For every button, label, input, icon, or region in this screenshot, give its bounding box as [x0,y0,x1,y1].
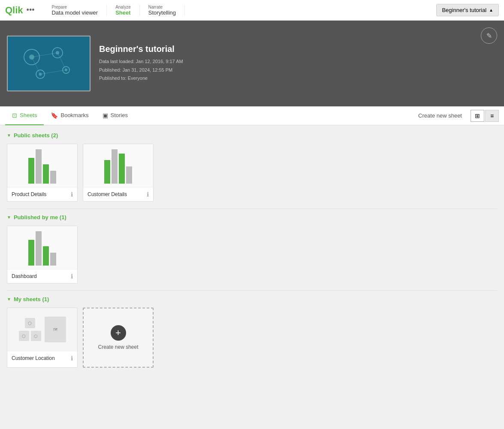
bar [28,158,34,184]
info-icon[interactable]: ℹ [147,191,149,198]
bar [126,166,132,184]
data-loaded: Data last loaded: Jan 12, 2016, 9:17 AM [99,57,497,66]
nav-dots[interactable]: ••• [27,6,35,15]
create-new-sheet-button[interactable]: Create new sheet [413,112,467,119]
sheets-icon: ⊡ [12,112,17,119]
card-footer-dashboard: Dashboard ℹ [7,269,77,283]
bar [28,240,34,266]
sheet-name-product-details: Product Details [12,191,46,197]
divider [7,208,497,209]
tab-sheets-label: Sheets [20,112,37,118]
qlik-logo[interactable]: Qlik [5,5,23,16]
bar [50,171,56,184]
my-sheets-cards: ⬡ ⬡ ⬡ 🗺 Customer Location ℹ + Create new [7,308,497,368]
sheet-card-dashboard[interactable]: Dashboard ℹ [7,226,78,284]
sheet-name-dashboard: Dashboard [12,273,37,279]
view-toggle: ⊞ ≡ [471,110,499,122]
card-footer-product-details: Product Details ℹ [7,187,77,201]
bar [119,154,125,184]
bar [36,231,42,266]
tab-bookmarks-label: Bookmarks [60,112,88,118]
nav-narrate[interactable]: Narrate Storytelling [140,5,185,16]
app-selector-button[interactable]: Beginner's tutorial ▲ [436,4,499,16]
card-preview-customer-location: ⬡ ⬡ ⬡ 🗺 [7,308,77,351]
mini-icon: ⬡ [25,318,35,328]
card-preview-product-details [7,144,77,187]
tab-sheets[interactable]: ⊡ Sheets [5,106,44,125]
plus-icon: + [111,325,126,341]
chevron-down-icon: ▲ [489,8,493,12]
bookmarks-icon: 🔖 [51,112,58,119]
bar [112,149,118,184]
section-published-by-me: ▼ Published by me (1) Dashboard ℹ [7,214,497,284]
published-sheets-cards: Dashboard ℹ [7,226,497,284]
section-public-label: Public sheets (2) [14,132,58,139]
section-public-header[interactable]: ▼ Public sheets (2) [7,132,497,139]
card-preview-dashboard [7,226,77,269]
content-area: ▼ Public sheets (2) Product Details ℹ [0,125,504,383]
sheet-name-customer-location: Customer Location [12,355,55,361]
nav-prepare-label: Prepare [51,5,98,9]
published-to: Published to: Everyone [99,74,497,83]
divider [7,290,497,291]
section-my-sheets-label: My sheets (1) [14,296,49,302]
chevron-down-icon: ▼ [7,297,11,302]
card-footer-customer-details: Customer Details ℹ [83,187,153,201]
chevron-down-icon: ▼ [7,215,11,220]
app-header: Beginner's tutorial Data last loaded: Ja… [0,21,504,106]
tab-stories-label: Stories [111,112,128,118]
nav-analyze-title: Sheet [115,9,131,16]
app-title: Beginner's tutorial [99,44,497,54]
bar [43,164,49,184]
chevron-down-icon: ▼ [7,133,11,138]
mini-icon: ⬡ [31,331,41,341]
bar [36,149,42,184]
sheet-name-customer-details: Customer Details [88,191,127,197]
location-map-preview: 🗺 [45,317,66,342]
grid-view-button[interactable]: ⊞ [471,110,484,122]
list-view-button[interactable]: ≡ [485,110,499,122]
app-meta: Data last loaded: Jan 12, 2016, 9:17 AM … [99,57,497,83]
bar [50,253,56,266]
app-thumbnail [7,36,91,91]
tabs-row: ⊡ Sheets 🔖 Bookmarks ▣ Stories Create ne… [0,106,504,125]
section-published-label: Published by me (1) [14,214,66,221]
bar [43,246,49,266]
nav-analyze-label: Analyze [115,5,131,9]
card-preview-customer-details [83,144,153,187]
tab-stories[interactable]: ▣ Stories [96,106,135,125]
card-footer-customer-location: Customer Location ℹ [7,351,77,365]
nav-prepare[interactable]: Prepare Data model viewer [43,5,107,16]
create-new-sheet-label: Create new sheet [98,344,138,350]
stories-icon: ▣ [103,112,108,119]
create-new-sheet-card[interactable]: + Create new sheet [83,308,154,368]
nav-narrate-label: Narrate [148,5,176,9]
edit-button[interactable]: ✎ [481,27,497,44]
top-nav: Qlik ••• Prepare Data model viewer Analy… [0,0,504,21]
nav-prepare-title: Data model viewer [51,9,98,16]
info-icon[interactable]: ℹ [71,191,73,198]
public-sheets-cards: Product Details ℹ Customer Details ℹ [7,144,497,202]
info-icon[interactable]: ℹ [71,273,73,280]
published-date: Published: Jan 31, 2024, 12:55 PM [99,66,497,75]
sheet-card-customer-location[interactable]: ⬡ ⬡ ⬡ 🗺 Customer Location ℹ [7,308,78,368]
section-my-sheets: ▼ My sheets (1) ⬡ ⬡ ⬡ 🗺 Customer L [7,296,497,368]
bar [104,160,110,184]
app-info: Beginner's tutorial Data last loaded: Ja… [99,44,497,83]
sheet-card-product-details[interactable]: Product Details ℹ [7,144,78,202]
sheet-card-customer-details[interactable]: Customer Details ℹ [83,144,154,202]
tab-bookmarks[interactable]: 🔖 Bookmarks [44,106,95,125]
section-public: ▼ Public sheets (2) Product Details ℹ [7,132,497,202]
nav-analyze[interactable]: Analyze Sheet [107,5,140,16]
nav-narrate-title: Storytelling [148,9,176,16]
section-published-header[interactable]: ▼ Published by me (1) [7,214,497,221]
info-icon[interactable]: ℹ [71,355,73,362]
section-my-sheets-header[interactable]: ▼ My sheets (1) [7,296,497,302]
mini-icon: ⬡ [19,331,29,341]
